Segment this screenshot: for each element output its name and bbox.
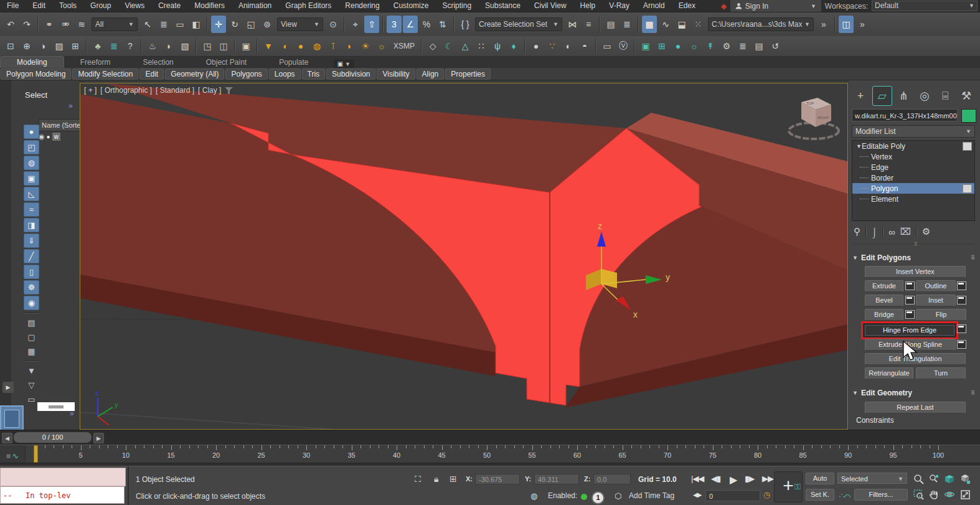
turn-button[interactable]: Turn [916,367,966,379]
menu-customize[interactable]: Customize [387,0,436,12]
curve-editor-icon[interactable]: ∿ [658,16,673,33]
workspace-dropdown[interactable]: Default ▼ [872,1,978,11]
doc-grid-icon[interactable]: ▦ [24,345,39,358]
menubar-red-icon[interactable]: ◆ [721,2,727,11]
ribbon-tab-selection[interactable]: Selection [126,57,189,68]
filter-icon[interactable]: ▽ [24,379,39,392]
object-color-swatch[interactable] [961,109,976,123]
timeline-playhead[interactable] [34,445,38,463]
menu-views[interactable]: Views [118,0,151,12]
display-bone-icon[interactable]: ╱ [24,249,39,263]
align-icon[interactable]: ≡ [581,16,596,33]
track-bar[interactable]: ≡∿ 0510152025303540455055606570758085909… [0,445,980,466]
vray-logo-icon[interactable]: Ⓥ [616,37,631,55]
menu-scripting[interactable]: Scripting [435,0,478,12]
sphere-grid-icon[interactable]: ∷ [474,37,489,55]
absolute-mode-icon[interactable]: ⊞ [450,474,457,484]
blank-square-icon[interactable]: ▢ [24,331,39,344]
ribbon-section-loops[interactable]: Loops [269,68,301,80]
capsule-icon[interactable]: ◗ [342,37,357,55]
swirl-icon[interactable]: ↺ [768,37,783,55]
bulb-teal-icon[interactable]: ● [671,37,686,55]
viewport-standard-menu[interactable]: [ Standard ] [156,86,194,95]
menu-edit[interactable]: Edit [26,0,52,12]
unlink-icon[interactable]: ⚮ [58,16,73,33]
use-pivot-center-icon[interactable]: ⊙ [326,16,341,33]
x-coordinate-field[interactable]: -30.675 [475,474,520,484]
menu-group[interactable]: Group [83,0,118,12]
fire-effect-icon[interactable]: ♦ [506,37,521,55]
set-key-button[interactable]: Set K. [806,489,834,501]
edit-polygons-header[interactable]: ▼ Edit Polygons ⠿ [852,252,976,263]
ribbon-section-align[interactable]: Align [417,68,445,80]
display-shapes-icon[interactable]: ◰ [24,140,39,154]
cone-light-icon[interactable]: ▼ [261,37,276,55]
tab-display[interactable]: ⌸ [936,87,954,105]
ribbon-section-subdivision[interactable]: Subdivision [326,68,375,80]
gear-doc-icon[interactable]: ⚙ [719,37,734,55]
listener-macro-row[interactable] [0,468,126,486]
zoom-icon[interactable] [911,471,926,486]
play-button[interactable]: ▶ [730,474,737,486]
camera-teal-icon[interactable]: ▣ [638,37,653,55]
selection-lock-icon[interactable]: 🔒︎ [434,474,438,484]
display-visibility-eye-icon[interactable]: ◉ [24,296,39,310]
tab-hierarchy[interactable]: ⋔ [894,87,913,105]
doc-list-icon[interactable]: ▤ [24,316,39,329]
paint-select-icon[interactable]: ◑ [35,37,50,55]
filters-button[interactable]: Filters... [854,489,908,501]
undo-icon[interactable]: ↶ [3,16,18,33]
menu-v-ray[interactable]: V-Ray [602,0,636,12]
menu-create[interactable]: Create [151,0,187,12]
display-lights-icon[interactable]: ◍ [24,156,39,170]
extrude-button[interactable]: Extrude [865,280,903,292]
ribbon-section-polygons[interactable]: Polygons [225,68,267,80]
hemisphere-icon[interactable]: ◖ [277,37,292,55]
explorer-expand-chevron[interactable]: » [68,101,73,110]
menu-substance[interactable]: Substance [478,0,527,12]
per-view-filter-icon[interactable] [225,87,233,95]
selection-filter-dropdown[interactable]: All▼ [92,17,138,31]
select-object-icon[interactable]: ↖ [140,16,155,33]
retriangulate-button[interactable]: Retriangulate [865,367,913,379]
select-scale-icon[interactable]: ◱ [243,16,258,33]
current-frame-spinner[interactable]: 0 [705,490,760,501]
repeat-last-button[interactable]: Repeat Last [865,402,966,413]
pivot-icon[interactable]: ⊕ [19,37,34,55]
stack-item-vertex[interactable]: Vertex [852,151,974,162]
tree-doc-icon[interactable]: ▤ [751,37,766,55]
extrude-settings-icon[interactable] [905,281,915,290]
menu-file[interactable]: File [0,0,26,12]
light-lister-icon[interactable]: ◳ [200,37,215,55]
ribbon-tab-freeform[interactable]: Freeform [64,57,127,68]
edit-geometry-header[interactable]: ▼ Edit Geometry ⠿ [852,387,976,399]
bind-spacewarp-icon[interactable]: ≋ [74,16,89,33]
display-cameras-icon[interactable]: ▣ [24,171,39,186]
viewport[interactable]: [ + ] [ Orthographic ] [ Standard ] [ Cl… [80,83,848,430]
select-place-icon[interactable]: ⊚ [260,16,275,33]
ribbon-tab-populate[interactable]: Populate [263,57,324,68]
bevel-button[interactable]: Bevel [865,295,903,306]
select-manipulate-icon[interactable]: ⌖ [348,16,363,33]
link-icon[interactable]: ⚭ [42,16,57,33]
visibility-eye-icon[interactable]: ◉ [39,133,45,141]
set-keys-button[interactable]: +⚿ [774,471,803,503]
ribbon-section-polygon-modeling[interactable]: Polygon Modeling [1,68,71,80]
project-folder-dropdown[interactable]: C:\Users\raana...s\3ds Max 202▼ [708,17,814,31]
layer-explorer-icon[interactable]: ≣ [620,16,634,33]
ribbon-section-visibility[interactable]: Visibility [377,68,415,80]
display-spacewarps-icon[interactable]: ≈ [24,202,39,217]
key-mode-toggle[interactable]: ◀▶ [693,491,701,498]
material-sphere-icon[interactable]: ● [529,37,544,55]
spinner-snap-icon[interactable]: ⇅ [435,16,450,33]
aec-trees-icon[interactable]: ♣ [90,37,105,55]
stack-item-polygon[interactable]: Polygon [852,183,974,194]
go-to-end-button[interactable]: ▶▶| [762,474,775,483]
object-name-field[interactable]: w.dikart.ru_Kr-3_137Hx148mm002 [852,109,958,121]
keyboard-override-icon[interactable]: ⇧ [364,16,379,33]
ribbon-section-modify-selection[interactable]: Modify Selection [72,68,138,80]
autosave-icon[interactable]: ◫ [839,16,854,33]
key-filters-icon[interactable]: ⸫⌒ [839,490,850,500]
menu-tools[interactable]: Tools [52,0,83,12]
overflow-chevron-icon[interactable]: » [816,16,831,33]
